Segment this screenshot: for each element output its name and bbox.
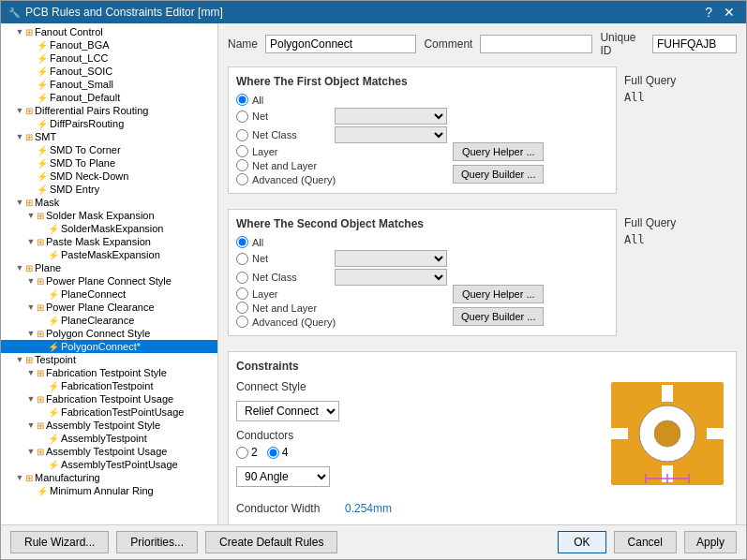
expand-icon[interactable]: ▼ <box>25 211 37 220</box>
tree-item-fab-testpoint-style[interactable]: ▼ ⊞ Fabrication Testpoint Style <box>1 366 217 379</box>
first-radio-layer-label: Layer <box>252 146 327 157</box>
second-query-helper-button[interactable]: Query Helper ... <box>453 285 544 303</box>
tree-item-planeclearance[interactable]: ⚡ PlaneClearance <box>1 314 217 327</box>
tree-item-min-annular-ring[interactable]: ⚡ Minimum Annular Ring <box>1 484 217 497</box>
second-net-dropdown[interactable] <box>335 250 447 267</box>
tree-item-assemblytestpointusage[interactable]: ⚡ AssemblyTestPointUsage <box>1 458 217 471</box>
tree-item-fab-testpoint-usage[interactable]: ▼ ⊞ Fabrication Testpoint Usage <box>1 392 217 405</box>
tree-item-power-plane-clearance[interactable]: ▼ ⊞ Power Plane Clearance <box>1 301 217 314</box>
expand-icon[interactable]: ▼ <box>25 237 37 246</box>
title-bar: 🔧 PCB Rules and Constraints Editor [mm] … <box>1 1 746 23</box>
tree-item-assemblytestpoint[interactable]: ⚡ AssemblyTestpoint <box>1 432 217 445</box>
expand-icon[interactable]: ▼ <box>25 394 37 404</box>
tree-item-pastemaskexpansion[interactable]: ⚡ PasteMaskExpansion <box>1 248 217 261</box>
second-radio-netclass-input[interactable] <box>236 272 248 284</box>
tree-item-fanout-soic[interactable]: ⚡ Fanout_SOIC <box>1 65 217 78</box>
tree-item-fanout-default[interactable]: ⚡ Fanout_Default <box>1 91 217 104</box>
tree-item-manufacturing[interactable]: ▼ ⊞ Manufacturing <box>1 471 217 484</box>
rule-wizard-button[interactable]: Rule Wizard... <box>10 531 109 553</box>
first-radio-layer-input[interactable] <box>236 145 248 157</box>
first-query-builder-button[interactable]: Query Builder ... <box>453 165 544 184</box>
conductor-2-radio[interactable] <box>236 447 248 459</box>
help-button[interactable]: ? <box>701 5 716 20</box>
expand-icon[interactable]: ▼ <box>14 132 25 141</box>
close-button[interactable]: ✕ <box>720 5 739 20</box>
first-radio-all-input[interactable] <box>236 94 248 106</box>
first-radio-netclass-input[interactable] <box>236 129 248 141</box>
tree-item-fabricationtestpointusage[interactable]: ⚡ FabricationTestPointUsage <box>1 405 217 419</box>
tree-item-solder-mask[interactable]: ▼ ⊞ Solder Mask Expansion <box>1 209 217 222</box>
tree-item-fanout-bga[interactable]: ⚡ Fanout_BGA <box>1 38 217 52</box>
second-radio-all-label: All <box>252 237 327 248</box>
tree-item-power-plane-connect[interactable]: ▼ ⊞ Power Plane Connect Style <box>1 274 217 287</box>
tree-item-smd-plane[interactable]: ⚡ SMD To Plane <box>1 156 217 169</box>
tree-item-fanout-control[interactable]: ▼ ⊞ Fanout Control <box>1 25 217 38</box>
tree-item-smd-entry[interactable]: ⚡ SMD Entry <box>1 183 217 196</box>
connect-style-select[interactable]: Relief Connect Direct Connect No Connect <box>236 401 339 421</box>
second-radio-advanced-input[interactable] <box>236 316 248 328</box>
first-netclass-dropdown[interactable] <box>335 126 447 143</box>
expand-icon[interactable]: ▼ <box>14 106 25 115</box>
angle-select[interactable]: 90 Angle 45 Angle Any Angle <box>236 466 330 487</box>
tree-item-diff-pairs[interactable]: ▼ ⊞ Differential Pairs Routing <box>1 104 217 117</box>
first-query-helper-button[interactable]: Query Helper ... <box>453 142 544 161</box>
connect-style-select-row: Relief Connect Direct Connect No Connect <box>236 401 595 421</box>
tree-item-polygonconnect[interactable]: ⚡ PolygonConnect* <box>1 340 217 353</box>
tree-item-smd-corner[interactable]: ⚡ SMD To Corner <box>1 143 217 156</box>
tree-item-smt[interactable]: ▼ ⊞ SMT <box>1 130 217 143</box>
tree-item-paste-mask[interactable]: ▼ ⊞ Paste Mask Expansion <box>1 235 217 248</box>
comment-input[interactable] <box>480 35 592 53</box>
tree-item-mask[interactable]: ▼ ⊞ Mask <box>1 196 217 209</box>
tree-item-planeconnect[interactable]: ⚡ PlaneConnect <box>1 287 217 301</box>
expand-icon[interactable]: ▼ <box>14 263 25 273</box>
tree-item-fanout-small[interactable]: ⚡ Fanout_Small <box>1 78 217 91</box>
create-defaults-button[interactable]: Create Default Rules <box>205 531 337 553</box>
angle-select-row: 90 Angle 45 Angle Any Angle <box>236 466 595 487</box>
rule-icon: ⚡ <box>48 407 59 418</box>
rule-icon: ⚡ <box>48 316 59 326</box>
tree-item-asm-testpoint-style[interactable]: ▼ ⊞ Assembly Testpoint Style <box>1 419 217 432</box>
tree-item-asm-testpoint-usage[interactable]: ▼ ⊞ Assembly Testpoint Usage <box>1 445 217 458</box>
expand-icon[interactable]: ▼ <box>25 329 37 338</box>
expand-icon[interactable]: ▼ <box>14 355 25 364</box>
conductor-2-label: 2 <box>251 446 258 459</box>
expand-icon[interactable]: ▼ <box>25 302 37 312</box>
connect-visual <box>606 380 728 494</box>
expand-icon[interactable]: ▼ <box>25 276 37 286</box>
first-net-dropdown[interactable] <box>335 108 447 125</box>
tree-item-smd-neckdown[interactable]: ⚡ SMD Neck-Down <box>1 169 217 183</box>
first-radio-netlayer-label: Net and Layer <box>252 160 327 171</box>
apply-button[interactable]: Apply <box>684 531 737 553</box>
expand-icon[interactable]: ▼ <box>14 27 25 37</box>
expand-icon[interactable]: ▼ <box>25 420 37 430</box>
expand-icon[interactable]: ▼ <box>25 368 37 377</box>
first-radio-netlayer-input[interactable] <box>236 159 248 171</box>
tree-item-testpoint[interactable]: ▼ ⊞ Testpoint <box>1 353 217 366</box>
first-radio-net-input[interactable] <box>236 111 248 123</box>
tree-label: Fabrication Testpoint Style <box>46 367 167 378</box>
tree-item-plane[interactable]: ▼ ⊞ Plane <box>1 261 217 274</box>
expand-icon[interactable]: ▼ <box>14 473 25 482</box>
second-radio-all-input[interactable] <box>236 236 248 248</box>
tree-item-polygon-connect-style[interactable]: ▼ ⊞ Polygon Connect Style <box>1 327 217 340</box>
second-query-builder-button[interactable]: Query Builder ... <box>453 307 544 326</box>
tree-item-fabricationtestpoint[interactable]: ⚡ FabricationTestpoint <box>1 379 217 392</box>
folder-icon: ⊞ <box>37 276 44 287</box>
first-radio-netlayer: Net and Layer <box>236 159 447 171</box>
tree-item-diffpairsrouting[interactable]: ⚡ DiffPairsRouting <box>1 117 217 130</box>
conductor-4-radio[interactable] <box>267 447 279 459</box>
ok-button[interactable]: OK <box>558 531 605 553</box>
cancel-button[interactable]: Cancel <box>614 531 677 553</box>
name-input[interactable] <box>265 35 416 53</box>
second-netclass-dropdown[interactable] <box>335 269 447 286</box>
tree-item-soldermaskexpansion[interactable]: ⚡ SolderMaskExpansion <box>1 222 217 235</box>
tree-item-fanout-lcc[interactable]: ⚡ Fanout_LCC <box>1 52 217 65</box>
second-radio-netlayer-input[interactable] <box>236 302 248 314</box>
first-radio-advanced-input[interactable] <box>236 173 248 185</box>
second-radio-net-input[interactable] <box>236 253 248 265</box>
expand-icon[interactable]: ▼ <box>14 198 25 207</box>
second-radio-layer-input[interactable] <box>236 287 248 300</box>
expand-icon[interactable]: ▼ <box>25 447 37 456</box>
priorities-button[interactable]: Priorities... <box>116 531 198 553</box>
uid-input[interactable] <box>652 35 737 53</box>
